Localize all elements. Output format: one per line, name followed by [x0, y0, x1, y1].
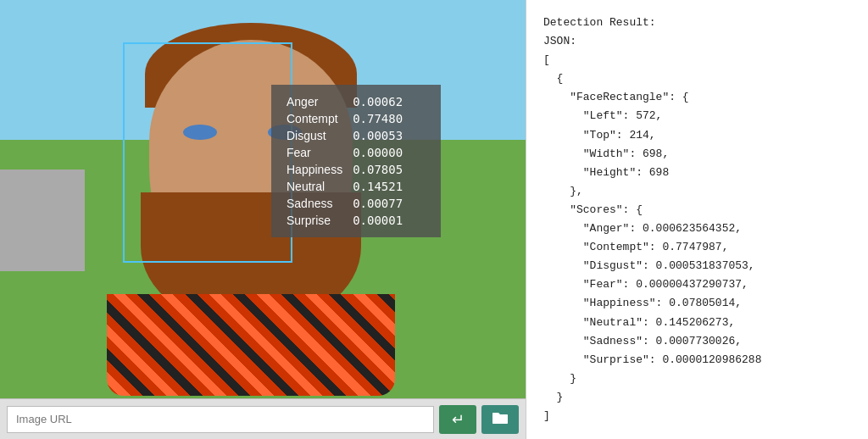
json-line: "Left": 572,: [543, 107, 851, 125]
eye-left: [183, 125, 217, 140]
enter-icon: ↵: [452, 410, 465, 429]
emotion-table: Anger 0.00062 Contempt 0.77480 Disgust 0…: [285, 93, 411, 229]
emotion-value: 0.77480: [351, 110, 411, 127]
json-line: }: [543, 370, 851, 388]
image-area: Anger 0.00062 Contempt 0.77480 Disgust 0…: [0, 0, 526, 398]
emotion-value: 0.14521: [351, 178, 411, 195]
face-photo: [0, 0, 526, 398]
json-line: "Anger": 0.000623564352,: [543, 220, 851, 238]
emotion-label: Happiness: [285, 161, 351, 178]
json-line: "Neutral": 0.145206273,: [543, 314, 851, 332]
json-line: ]: [543, 407, 851, 425]
result-subtitle: JSON:: [543, 32, 851, 51]
json-line: },: [543, 182, 851, 201]
result-title: Detection Result:: [543, 14, 851, 32]
emotion-label: Neutral: [285, 178, 351, 195]
emotion-label: Disgust: [285, 127, 351, 144]
json-line: "Happiness": 0.07805014,: [543, 294, 851, 313]
json-line: "Fear": 0.00000437290737,: [543, 275, 851, 294]
emotion-label: Anger: [285, 93, 351, 110]
json-line: "Top": 214,: [543, 126, 851, 145]
json-line: {: [543, 69, 851, 88]
emotion-overlay: Anger 0.00062 Contempt 0.77480 Disgust 0…: [271, 85, 441, 237]
enter-button[interactable]: ↵: [439, 405, 476, 434]
building-shape: [0, 169, 85, 271]
emotion-value: 0.00062: [351, 93, 411, 110]
emotion-label: Surprise: [285, 212, 351, 229]
emotion-label: Sadness: [285, 195, 351, 212]
json-line: "Contempt": 0.7747987,: [543, 238, 851, 257]
emotion-value: 0.07805: [351, 161, 411, 178]
json-display: [ { "FaceRectangle": { "Left": 572, "Top…: [543, 51, 851, 425]
json-line: }: [543, 388, 851, 407]
json-line: "Disgust": 0.000531837053,: [543, 257, 851, 275]
json-line: "FaceRectangle": {: [543, 88, 851, 107]
emotion-row: Surprise 0.00001: [285, 212, 411, 229]
emotion-value: 0.00000: [351, 144, 411, 161]
left-panel: Anger 0.00062 Contempt 0.77480 Disgust 0…: [0, 0, 526, 439]
emotion-row: Contempt 0.77480: [285, 110, 411, 127]
emotion-label: Contempt: [285, 110, 351, 127]
json-line: [: [543, 51, 851, 69]
image-url-input[interactable]: [7, 406, 434, 433]
shirt-shape: [107, 294, 395, 396]
emotion-row: Disgust 0.00053: [285, 127, 411, 144]
emotion-row: Neutral 0.14521: [285, 178, 411, 195]
emotion-label: Fear: [285, 144, 351, 161]
emotion-row: Anger 0.00062: [285, 93, 411, 110]
folder-icon: [492, 411, 509, 428]
emotion-row: Happiness 0.07805: [285, 161, 411, 178]
bottom-bar: ↵: [0, 398, 526, 439]
json-line: "Scores": {: [543, 201, 851, 220]
folder-button[interactable]: [481, 405, 519, 434]
emotion-value: 0.00077: [351, 195, 411, 212]
json-line: "Surprise": 0.0000120986288: [543, 351, 851, 370]
emotion-value: 0.00001: [351, 212, 411, 229]
json-line: "Height": 698: [543, 164, 851, 182]
emotion-value: 0.00053: [351, 127, 411, 144]
emotion-row: Fear 0.00000: [285, 144, 411, 161]
emotion-row: Sadness 0.00077: [285, 195, 411, 212]
right-panel: Detection Result: JSON: [ { "FaceRectang…: [526, 0, 868, 439]
json-line: "Sadness": 0.0007730026,: [543, 332, 851, 351]
json-line: "Width": 698,: [543, 145, 851, 164]
